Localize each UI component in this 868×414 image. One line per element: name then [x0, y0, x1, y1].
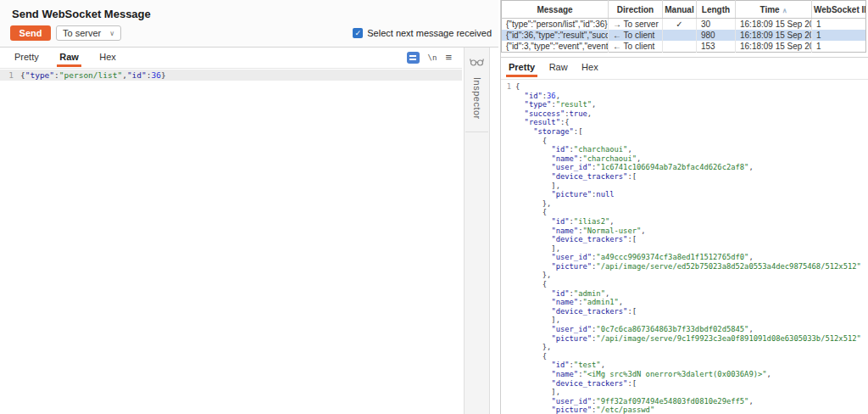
code-line: ],	[501, 316, 868, 325]
cell-manual[interactable]	[663, 41, 697, 53]
col-message[interactable]: Message	[502, 1, 609, 19]
code-text: {	[515, 208, 547, 216]
table-row[interactable]: {"id":3,"type":"event","event":{"c":...←…	[502, 41, 866, 53]
code-text: "device_trackers":[	[515, 307, 637, 316]
raw-message-editor[interactable]: 1{"type":"person/list","id":36}	[0, 70, 462, 414]
code-line: "name":"Normal-user",	[501, 227, 868, 236]
code-line: "type":"result",	[501, 100, 868, 109]
code-text: "id":"admin",	[515, 289, 609, 298]
cell-websocket-id[interactable]: 1	[812, 41, 866, 53]
send-button[interactable]: Send	[10, 25, 51, 41]
col-websocket-id[interactable]: WebSocket ID	[812, 1, 866, 19]
editor-icon-group: \n ≡	[407, 52, 452, 64]
code-line: {	[501, 352, 868, 361]
checkbox-checked-icon[interactable]: ✓	[353, 28, 363, 38]
code-text: "id":"ilias2",	[515, 217, 615, 226]
code-line: "id":"admin",	[501, 289, 868, 299]
code-line: ],	[501, 244, 868, 254]
code-text: "name":"Normal-user",	[515, 227, 646, 235]
cell-direction[interactable]: → To server	[609, 19, 663, 31]
tab-raw[interactable]: Raw	[547, 58, 570, 75]
code-text: "device_trackers":[	[515, 379, 637, 388]
code-text: },	[515, 271, 551, 279]
direction-select-value: To server	[63, 28, 101, 38]
col-direction[interactable]: Direction	[609, 1, 663, 19]
code-line: "user_id":"1c6741c106694ab7a2bfac4d626c2…	[501, 163, 868, 172]
tab-raw[interactable]: Raw	[57, 48, 81, 67]
col-manual[interactable]: Manual	[663, 1, 697, 19]
cell-time[interactable]: 16:18:09 15 Sep 2023	[736, 19, 812, 31]
code-text: ],	[515, 182, 560, 190]
editor-tabs: Pretty Raw Hex \n ≡	[0, 48, 462, 69]
code-line: {	[501, 137, 868, 146]
cell-direction[interactable]: ← To client	[609, 41, 663, 53]
code-line: 1{	[501, 82, 868, 92]
detail-tabs: Pretty Raw Hex	[501, 58, 868, 80]
code-line: "device_trackers":[	[501, 379, 868, 389]
chevron-down-icon: ∨	[109, 30, 114, 37]
cell-websocket-id[interactable]: 1	[812, 30, 866, 41]
code-line: "device_trackers":[	[501, 307, 868, 316]
cell-manual[interactable]	[663, 30, 697, 41]
cell-time[interactable]: 16:18:09 15 Sep 2023	[736, 41, 812, 53]
cell-time[interactable]: 16:18:09 15 Sep 2023	[736, 30, 812, 41]
code-line: "success":true,	[501, 109, 868, 119]
menu-icon[interactable]: ≡	[445, 52, 452, 64]
code-line: "name":"admin1",	[501, 298, 868, 307]
tab-pretty[interactable]: Pretty	[506, 58, 537, 77]
code-line: "id":"charchaoui",	[501, 145, 868, 154]
code-text: "name":"admin1",	[515, 298, 623, 306]
message-detail-panel: Pretty Raw Hex 1{ "id":36, "type":"resul…	[501, 57, 868, 414]
code-text: "user_id":"a49ccc9969374cf3a8ed1f1512765…	[515, 253, 754, 261]
code-line: "device_trackers":[	[501, 235, 868, 244]
code-text: "id":"test",	[515, 361, 605, 369]
newline-icon[interactable]: \n	[428, 53, 437, 62]
direction-select[interactable]: To server ∨	[56, 25, 121, 41]
cell-length[interactable]: 153	[697, 41, 736, 53]
code-text: "picture":"/api/image/serve/9c1f9923c3ea…	[515, 334, 861, 343]
line-number: 1	[504, 82, 511, 92]
code-line: {	[501, 208, 868, 217]
code-text: "type":"result",	[515, 100, 596, 109]
table-row[interactable]: {"type":"person/list","id":36}→ To serve…	[502, 19, 866, 31]
cell-websocket-id[interactable]: 1	[812, 19, 866, 31]
code-text: "name":"charchaoui",	[515, 154, 641, 163]
cell-message[interactable]: {"type":"person/list","id":36}	[502, 19, 609, 31]
code-text: "picture":null	[515, 190, 615, 199]
code-text: },	[515, 199, 551, 208]
pretty-json-view[interactable]: 1{ "id":36, "type":"result", "success":t…	[501, 82, 868, 414]
websocket-message-view: Send WebSocket Message Send To server ∨ …	[0, 0, 868, 414]
cell-length[interactable]: 30	[697, 19, 736, 31]
code-text: "name":"<iMg src%3dN onerror%3dalert(0x0…	[515, 370, 771, 378]
inspector-label: Inspector	[472, 77, 482, 120]
tab-pretty[interactable]: Pretty	[12, 48, 42, 64]
checkbox-label: Select next message received	[367, 28, 492, 38]
search-icon[interactable]	[407, 52, 420, 64]
code-text: "success":true,	[515, 109, 592, 118]
code-line: "user_id":"0c7c6ca867364863b7f33dbdf02d5…	[501, 325, 868, 334]
code-text: "storage":[	[515, 127, 582, 136]
table-row[interactable]: {"id":36,"type":"result","success":t...←…	[502, 30, 866, 41]
col-time-label: Time	[760, 5, 779, 14]
code-line: "user_id":"a49ccc9969374cf3a8ed1f1512765…	[501, 253, 868, 262]
code-text: {	[515, 280, 547, 288]
select-next-message-checkbox[interactable]: ✓ Select next message received	[353, 28, 492, 38]
cell-message[interactable]: {"id":36,"type":"result","success":t...	[502, 30, 609, 41]
code-text: "picture":"/api/image/serve/ed52b75023a8…	[515, 262, 861, 271]
col-time[interactable]: Time∧	[736, 1, 812, 19]
tab-hex[interactable]: Hex	[97, 48, 119, 64]
tab-hex[interactable]: Hex	[579, 58, 601, 75]
inspector-panel[interactable]: Inspector	[464, 48, 490, 414]
cell-manual[interactable]: ✓	[663, 19, 697, 31]
panel-title: Send WebSocket Message	[12, 8, 151, 20]
cell-length[interactable]: 980	[697, 30, 736, 41]
cell-direction[interactable]: ← To client	[609, 30, 663, 41]
panel-header: Send WebSocket Message Send To server ∨ …	[0, 0, 498, 48]
code-line: "id":36,	[501, 92, 868, 101]
code-line: 1{"type":"person/list","id":36}	[0, 70, 462, 81]
col-length[interactable]: Length	[697, 1, 736, 19]
code-text: "id":"charchaoui",	[515, 145, 632, 154]
code-text: "device_trackers":[	[515, 172, 637, 181]
cell-message[interactable]: {"id":3,"type":"event","event":{"c":...	[502, 41, 609, 53]
code-line: ],	[501, 182, 868, 191]
